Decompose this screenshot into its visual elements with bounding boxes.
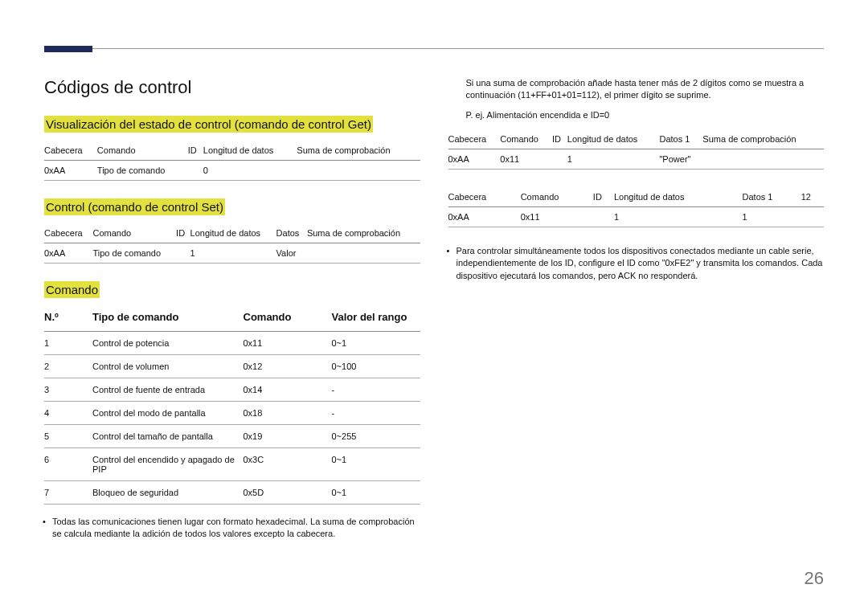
td: 4: [44, 402, 92, 425]
get-table: Cabecera Comando ID Longitud de datos Su…: [44, 141, 420, 181]
td: 7: [44, 481, 92, 505]
td: 6: [44, 448, 92, 481]
td: 0~1: [332, 448, 420, 481]
th: Suma de comprobación: [702, 129, 824, 149]
accent-bar: [44, 46, 92, 52]
th: ID: [593, 187, 614, 207]
table-row: 0xAA Tipo de comando 1 Valor: [44, 243, 420, 264]
table-row: 6Control del encendido y apagado de PIP0…: [44, 448, 420, 481]
th: Comando: [92, 223, 176, 243]
td: Control del tamaño de pantalla: [92, 425, 244, 448]
th: ID: [188, 141, 203, 161]
th: Cabecera: [44, 141, 97, 161]
th: ID: [552, 129, 567, 149]
td: 3: [44, 378, 92, 402]
td: 5: [44, 425, 92, 448]
td: Control del modo de pantalla: [92, 402, 244, 425]
td: Valor: [276, 243, 307, 264]
td: 0x18: [244, 402, 332, 425]
td: 1: [44, 332, 92, 355]
table-row: 2Control de volumen0x120~100: [44, 355, 420, 378]
th: Datos 1: [659, 129, 702, 149]
td: Control de fuente de entrada: [92, 378, 244, 402]
th: Datos 1: [743, 187, 801, 207]
table-row: 0xAA 0x11 1 "Power": [448, 149, 825, 169]
table-row: 3Control de fuente de entrada0x14-: [44, 378, 420, 402]
td: 0xAA: [44, 161, 97, 181]
table-row: 0xAA 0x11 1 1: [448, 206, 825, 227]
th: Datos: [276, 223, 307, 243]
th: Cabecera: [448, 187, 521, 207]
td: [307, 243, 420, 264]
th: Valor del rango: [332, 306, 420, 332]
heading-comando: Comando: [44, 281, 100, 298]
td: Bloqueo de seguridad: [92, 481, 244, 505]
th: Suma de comprobación: [297, 141, 420, 161]
example-label: P. ej. Alimentación encendida e ID=0: [448, 110, 825, 120]
td: [297, 161, 420, 181]
note-item: Todas las comunicaciones tienen lugar co…: [52, 516, 420, 541]
td: 0x19: [244, 425, 332, 448]
td: 0xAA: [448, 206, 521, 227]
th: Comando: [521, 187, 593, 207]
td: 0xAA: [44, 243, 92, 264]
left-note: Todas las comunicaciones tienen lugar co…: [44, 516, 420, 541]
td: Tipo de comando: [92, 243, 176, 264]
note-item: Para controlar simultáneamente todos los…: [457, 245, 825, 282]
td: 0x14: [244, 378, 332, 402]
td: 0xAA: [448, 149, 501, 169]
td: 0~1: [332, 332, 420, 355]
td: 0~1: [332, 481, 420, 505]
td: 1: [567, 149, 660, 169]
right-para: Si una suma de comprobación añade hasta …: [448, 77, 825, 102]
th: Cabecera: [448, 129, 501, 149]
td: 0x11: [500, 149, 552, 169]
td: [702, 149, 824, 169]
page-title: Códigos de control: [44, 77, 420, 98]
table-row: 7Bloqueo de seguridad0x5D0~1: [44, 481, 420, 505]
td: [176, 243, 190, 264]
td: [801, 206, 824, 227]
td: 0x3C: [244, 448, 332, 481]
th: 12: [801, 187, 824, 207]
th: Suma de comprobación: [307, 223, 420, 243]
th: Comando: [97, 141, 188, 161]
right-column: Si una suma de comprobación añade hasta …: [448, 77, 825, 296]
th: N.º: [44, 306, 92, 332]
table-row: 4Control del modo de pantalla0x18-: [44, 402, 420, 425]
th: Comando: [500, 129, 552, 149]
command-table: N.º Tipo de comando Comando Valor del ra…: [44, 306, 420, 505]
th: Longitud de datos: [567, 129, 660, 149]
table-row: 5Control del tamaño de pantalla0x190~255: [44, 425, 420, 448]
table-row: 0xAA Tipo de comando 0: [44, 161, 420, 181]
td: "Power": [659, 149, 702, 169]
th: Longitud de datos: [614, 187, 743, 207]
right-table-2: Cabecera Comando ID Longitud de datos Da…: [448, 187, 825, 227]
table-row: 1Control de potencia0x110~1: [44, 332, 420, 355]
td: 0x5D: [244, 481, 332, 505]
td: Control del encendido y apagado de PIP: [92, 448, 244, 481]
td: -: [332, 402, 420, 425]
td: Control de potencia: [92, 332, 244, 355]
th: Longitud de datos: [203, 141, 297, 161]
td: Tipo de comando: [97, 161, 188, 181]
set-table: Cabecera Comando ID Longitud de datos Da…: [44, 223, 420, 264]
td: Control de volumen: [92, 355, 244, 378]
td: 1: [190, 243, 276, 264]
td: 1: [743, 206, 801, 227]
document-page: Códigos de control Visualización del est…: [0, 0, 868, 613]
left-column: Códigos de control Visualización del est…: [44, 77, 420, 555]
td: 0~100: [332, 355, 420, 378]
td: [552, 149, 567, 169]
td: 0: [203, 161, 297, 181]
heading-get: Visualización del estado de control (com…: [44, 116, 373, 133]
th: ID: [176, 223, 190, 243]
top-rule: [44, 48, 824, 49]
right-note: Para controlar simultáneamente todos los…: [448, 245, 825, 282]
td: [188, 161, 203, 181]
heading-set: Control (comando de control Set): [44, 198, 225, 215]
th: Longitud de datos: [190, 223, 276, 243]
td: -: [332, 378, 420, 402]
th: Cabecera: [44, 223, 92, 243]
page-number: 26: [805, 568, 824, 589]
